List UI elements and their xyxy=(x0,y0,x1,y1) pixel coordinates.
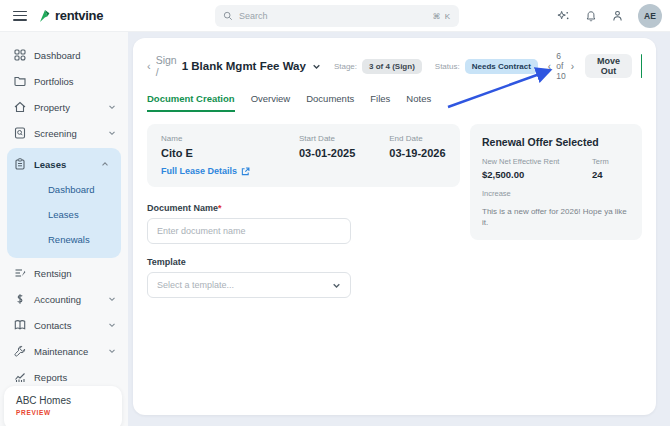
sidebar-item-label: Property xyxy=(34,102,108,113)
user-avatar[interactable]: AE xyxy=(638,4,662,28)
template-label: Template xyxy=(147,257,351,267)
search-icon xyxy=(223,11,233,21)
sidebar-item-maintenance[interactable]: Maintenance xyxy=(0,338,128,364)
chart-icon xyxy=(14,371,26,383)
pager-next-button[interactable]: › xyxy=(571,61,574,72)
status-label: Status: xyxy=(435,62,460,71)
sidebar-item-label: Rentsign xyxy=(34,268,116,279)
sidebar-item-contacts[interactable]: Contacts xyxy=(0,312,128,338)
sidebar: Dashboard Portfolios Property Screening … xyxy=(0,32,128,426)
sidebar-item-label: Maintenance xyxy=(34,346,108,357)
sidebar-item-screening[interactable]: Screening xyxy=(0,120,128,146)
lease-start-label: Start Date xyxy=(299,134,355,143)
dollar-icon xyxy=(14,293,26,305)
sidebar-item-rentsign[interactable]: Rentsign xyxy=(0,260,128,286)
lease-end-value: 03-19-2026 xyxy=(389,147,445,159)
search-input[interactable] xyxy=(239,11,426,21)
page-header: ‹ Sign / 1 Blank Mgmt Fee Way Stage: 3 o… xyxy=(147,51,642,81)
global-search[interactable]: ⌘ K xyxy=(215,5,459,27)
tab-bar: Document Creation Overview Documents Fil… xyxy=(147,93,642,112)
record-pager: ‹ 6 of 10 › xyxy=(548,51,574,81)
lease-end-field: End Date 03-19-2026 xyxy=(389,134,445,159)
chevron-down-icon xyxy=(108,295,116,303)
renewal-term-value: 24 xyxy=(592,169,630,180)
renewal-term-label: Term xyxy=(592,157,630,166)
dashboard-grid-icon xyxy=(14,49,26,61)
template-select[interactable]: Select a template... xyxy=(147,272,351,298)
renewal-term-field: Term 24 xyxy=(592,157,630,180)
sidebar-item-accounting[interactable]: Accounting xyxy=(0,286,128,312)
account-switcher[interactable]: ABC Homes PREVIEW xyxy=(4,386,122,426)
full-lease-details-link[interactable]: Full Lease Details xyxy=(161,166,250,176)
lease-start-value: 03-01-2025 xyxy=(299,147,355,159)
brand-name: rentvine xyxy=(55,8,103,23)
ai-sparkle-icon[interactable] xyxy=(557,10,570,23)
tab-overview[interactable]: Overview xyxy=(251,93,291,112)
rentvine-logo: rentvine xyxy=(38,8,103,23)
renewal-rent-label: New Net Effective Rent xyxy=(482,157,592,166)
pager-prev-button[interactable]: ‹ xyxy=(548,61,551,72)
create-contract-draft-button[interactable]: Create Contract Draft xyxy=(641,54,642,78)
tab-document-creation[interactable]: Document Creation xyxy=(147,93,235,112)
lease-end-label: End Date xyxy=(389,134,445,143)
renewal-offer-card: Renewal Offer Selected New Net Effective… xyxy=(470,124,642,240)
chevron-down-icon xyxy=(108,129,116,137)
document-name-label: Document Name* xyxy=(147,203,351,213)
tab-files[interactable]: Files xyxy=(370,93,390,112)
sidebar-item-label: Portfolios xyxy=(34,76,116,87)
sidebar-subitem-renewals[interactable]: Renewals xyxy=(7,227,121,252)
main-content-card: ‹ Sign / 1 Blank Mgmt Fee Way Stage: 3 o… xyxy=(133,38,656,415)
stage-badge: 3 of 4 (Sign) xyxy=(362,59,422,74)
notifications-bell-icon[interactable] xyxy=(585,10,597,23)
renewal-rent-value: $2,500.00 xyxy=(482,169,592,180)
preview-badge: PREVIEW xyxy=(16,409,110,416)
lease-start-field: Start Date 03-01-2025 xyxy=(299,134,355,159)
lease-name-label: Name xyxy=(161,134,265,143)
sidebar-item-portfolios[interactable]: Portfolios xyxy=(0,68,128,94)
create-contract-draft-label[interactable]: Create Contract Draft xyxy=(641,54,642,78)
search-shortcut: ⌘ K xyxy=(432,12,451,21)
page-title: 1 Blank Mgmt Fee Way xyxy=(182,60,306,72)
status-badge: Needs Contract xyxy=(465,59,538,74)
sidebar-item-property[interactable]: Property xyxy=(0,94,128,120)
sidebar-subitem-dashboard[interactable]: Dashboard xyxy=(7,177,121,202)
lease-name-value: Cito E xyxy=(161,147,265,159)
sidebar-item-label: Accounting xyxy=(34,294,108,305)
document-name-input[interactable] xyxy=(147,218,351,244)
template-select-placeholder: Select a template... xyxy=(157,280,234,290)
breadcrumb[interactable]: Sign / xyxy=(156,54,177,78)
renewal-rent-field: New Net Effective Rent $2,500.00 xyxy=(482,157,592,180)
sidebar-item-leases[interactable]: Leases xyxy=(7,151,121,177)
hamburger-menu-icon[interactable] xyxy=(13,11,27,21)
select-chevron-down-icon xyxy=(332,281,341,290)
tab-documents[interactable]: Documents xyxy=(306,93,354,112)
stage-label: Stage: xyxy=(334,62,357,71)
external-link-icon xyxy=(241,167,250,176)
sidebar-subitem-leases[interactable]: Leases xyxy=(7,202,121,227)
title-chevron-down-icon[interactable] xyxy=(312,62,321,71)
lease-summary-card: Name Cito E Start Date 03-01-2025 End Da… xyxy=(147,124,460,187)
required-asterisk: * xyxy=(218,203,222,213)
book-icon xyxy=(14,319,26,331)
tab-notes[interactable]: Notes xyxy=(406,93,431,112)
sidebar-item-label: Dashboard xyxy=(34,50,116,61)
rentvine-logo-mark xyxy=(38,9,51,23)
back-button[interactable]: ‹ xyxy=(147,60,151,72)
sidebar-item-label: Screening xyxy=(34,128,108,139)
account-name: ABC Homes xyxy=(16,395,110,406)
wrench-icon xyxy=(14,345,26,357)
document-creation-form: Document Name* Template Select a templat… xyxy=(147,203,351,298)
sidebar-leases-group: Leases Dashboard Leases Renewals xyxy=(7,148,121,258)
move-out-button[interactable]: Move Out xyxy=(585,54,632,78)
renewal-note: This is a new offer for 2026! Hope ya li… xyxy=(482,207,630,229)
chevron-down-icon xyxy=(108,103,116,111)
house-icon xyxy=(14,101,26,113)
profile-person-icon[interactable] xyxy=(612,10,623,22)
chevron-up-icon xyxy=(101,160,109,168)
renewal-offer-title: Renewal Offer Selected xyxy=(482,136,630,148)
pager-count: 6 of 10 xyxy=(556,51,565,81)
top-bar: rentvine ⌘ K AE xyxy=(0,0,670,32)
sidebar-item-dashboard[interactable]: Dashboard xyxy=(0,42,128,68)
folder-icon xyxy=(14,75,26,87)
document-search-icon xyxy=(14,127,26,139)
